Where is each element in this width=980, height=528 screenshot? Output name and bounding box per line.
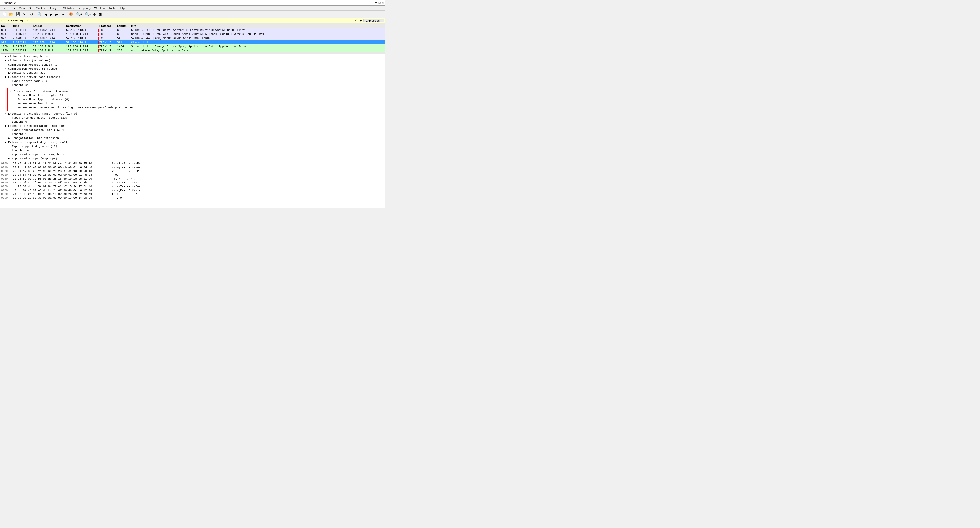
pkt-src: 52.166.118.1: [32, 45, 65, 48]
detail-panel: ▶ Cipher Suites Length: 36 ▶ Cipher Suit…: [0, 54, 385, 161]
hex-offset: 0070: [1, 189, 11, 192]
tree-item[interactable]: Compression Methods Length: 1: [3, 63, 385, 67]
pkt-proto: TCP: [98, 29, 116, 32]
sni-name-length: Server Name length: 56: [18, 101, 54, 106]
packet-list-hscroll[interactable]: [0, 52, 385, 54]
table-row[interactable]: 927 2.690859 192.168.1.214 52.166.118.1 …: [0, 36, 385, 40]
header-no: No.: [0, 24, 11, 27]
toolbar-back[interactable]: ◀: [43, 12, 48, 17]
tree-toggle[interactable]: ▶: [8, 136, 12, 140]
hex-offset: 0090: [1, 196, 11, 200]
tree-item[interactable]: ▼ Extension: renegotiation_info (len=1): [3, 124, 385, 128]
tree-item[interactable]: Type: renegotiation_info (65281): [7, 128, 385, 132]
filter-apply-button[interactable]: ▶: [358, 19, 363, 22]
tree-item[interactable]: ▶ Compression Methods (1 method): [3, 67, 385, 71]
tree-item[interactable]: Type: supported_groups (10): [7, 144, 385, 149]
hex-bytes: 02 04 6f 45 00 00 16 03 01 02 00 01 00 0…: [13, 173, 110, 177]
tree-toggle[interactable]: ▶: [5, 55, 8, 59]
hex-row: 0080 74 32 00 24 13 01 13 03 13 02 c0 2b…: [1, 192, 384, 196]
toolbar-new[interactable]: 📄: [1, 12, 7, 17]
toolbar-forward[interactable]: ▶: [49, 12, 54, 17]
filter-input[interactable]: tcp.stream eq 47: [1, 19, 353, 22]
hex-panel: 0000 24 e9 b3 c8 33 dd 18 31 bf ca f2 91…: [0, 161, 385, 208]
menu-analyze[interactable]: Analyze: [48, 6, 61, 10]
tree-item[interactable]: ▶ Cipher Suites Length: 36: [3, 55, 385, 59]
tree-text: Compression Methods Length: 1: [8, 63, 57, 67]
tree-toggle[interactable]: ▼: [5, 75, 8, 79]
tree-toggle[interactable]: ▼: [10, 89, 14, 94]
tree-item[interactable]: Length: 61: [7, 83, 385, 87]
hex-ascii: $···3··1 ······E·: [112, 162, 140, 165]
tree-item[interactable]: Length: 14: [7, 149, 385, 152]
tree-item[interactable]: ▶ Extension: extended_master_secret (len…: [3, 112, 385, 116]
menu-tools[interactable]: Tools: [107, 6, 117, 10]
tree-toggle: [14, 94, 18, 97]
tree-item[interactable]: ▶ Supported Groups (6 groups): [7, 157, 385, 161]
pkt-time: 2.690859: [11, 37, 32, 40]
toolbar-zoom-in[interactable]: 🔍+: [75, 12, 83, 17]
menu-view[interactable]: View: [18, 6, 27, 10]
toolbar-zoom-out[interactable]: 🔍-: [84, 12, 92, 17]
menu-edit[interactable]: Edit: [9, 6, 17, 10]
table-row[interactable]: 1069 2.742212 52.166.118.1 192.168.1.214…: [0, 44, 385, 48]
tree-text: Extension: server_name (len=61): [8, 75, 60, 79]
pkt-no: 834: [0, 29, 11, 32]
menu-wireless[interactable]: Wireless: [93, 6, 107, 10]
table-row[interactable]: 924 2.690798 52.166.118.1 192.168.1.214 …: [0, 32, 385, 36]
tree-item[interactable]: ▼ Extension: supported_groups (len=14): [3, 140, 385, 144]
menu-go[interactable]: Go: [27, 6, 34, 10]
tree-item[interactable]: Type: server_name (0): [7, 79, 385, 83]
toolbar-go-first[interactable]: ⏮: [54, 12, 60, 17]
toolbar-reload[interactable]: ↺: [29, 12, 34, 17]
minimize-button[interactable]: —: [375, 1, 377, 5]
table-row[interactable]: 929 2.692141 192.168.1.214 52.166.118.1 …: [0, 40, 385, 44]
tree-toggle[interactable]: ▶: [5, 67, 8, 71]
hex-ascii: ···,·0·· ········: [112, 196, 140, 200]
tree-text: Extensions Length: 399: [8, 71, 45, 75]
toolbar-go-last[interactable]: ⏭: [60, 12, 66, 17]
toolbar-save[interactable]: 💾: [15, 12, 21, 17]
tree-toggle: [8, 152, 12, 157]
tree-item[interactable]: Length: 0: [7, 120, 385, 124]
tree-item[interactable]: ▶ Renegotiation Info extension: [7, 136, 385, 140]
toolbar-zoom-reset[interactable]: ⊙: [92, 12, 97, 17]
table-row[interactable]: 1070 2.742213 52.166.118.1 192.168.1.214…: [0, 48, 385, 52]
tree-item[interactable]: ▶ Cipher Suites (18 suites): [3, 59, 385, 63]
tree-toggle[interactable]: ▼: [5, 124, 8, 128]
toolbar-open[interactable]: 📂: [8, 12, 14, 17]
toolbar-colorize[interactable]: 🎨: [68, 12, 75, 17]
tree-text: Supported Groups (6 groups): [12, 157, 57, 161]
tree-item[interactable]: Type: extended_master_secret (23): [7, 116, 385, 120]
pkt-no: 927: [0, 37, 11, 40]
restore-button[interactable]: ❐: [379, 1, 380, 5]
tree-toggle[interactable]: ▶: [5, 112, 8, 116]
tree-item[interactable]: ▼ Server Name Indication extension: [9, 89, 376, 94]
filter-clear-button[interactable]: ✕: [353, 19, 358, 22]
close-button[interactable]: ✕: [382, 1, 384, 5]
menu-telephony[interactable]: Telephony: [76, 6, 92, 10]
tree-toggle: [8, 128, 12, 132]
hex-bytes: d0 de 04 a3 67 46 dd fe 2e 47 96 4b 0c f…: [13, 189, 110, 192]
pkt-len: 66: [116, 29, 130, 32]
header-length: Length: [116, 24, 130, 27]
toolbar-close[interactable]: ✕: [22, 12, 27, 17]
pkt-time: 2.742212: [11, 45, 32, 48]
tree-item[interactable]: ▼ Extension: server_name (len=61): [3, 75, 385, 79]
tree-toggle[interactable]: ▶: [5, 59, 8, 63]
pkt-len: 296: [116, 49, 130, 52]
tree-toggle[interactable]: ▼: [5, 140, 8, 144]
sni-type: Server Name Type: host_name (0): [18, 97, 70, 101]
toolbar-resize[interactable]: ⊞: [98, 12, 103, 17]
table-row[interactable]: 834 2.664801 192.168.1.214 52.166.118.1 …: [0, 28, 385, 32]
tree-item[interactable]: Extensions Length: 399: [3, 71, 385, 75]
menu-help[interactable]: Help: [117, 6, 126, 10]
tree-item[interactable]: Length: 1: [7, 132, 385, 136]
menu-file[interactable]: File: [1, 6, 9, 10]
hex-row: 0030 02 04 6f 45 00 00 16 03 01 02 00 01…: [1, 173, 384, 177]
expression-button[interactable]: Expression...: [363, 19, 384, 22]
menu-capture[interactable]: Capture: [35, 6, 48, 10]
toolbar-find[interactable]: 🔍: [37, 12, 43, 17]
tree-toggle[interactable]: ▶: [8, 157, 12, 161]
tree-item[interactable]: Supported Groups List Length: 12: [7, 152, 385, 157]
menu-statistics[interactable]: Statistics: [62, 6, 76, 10]
